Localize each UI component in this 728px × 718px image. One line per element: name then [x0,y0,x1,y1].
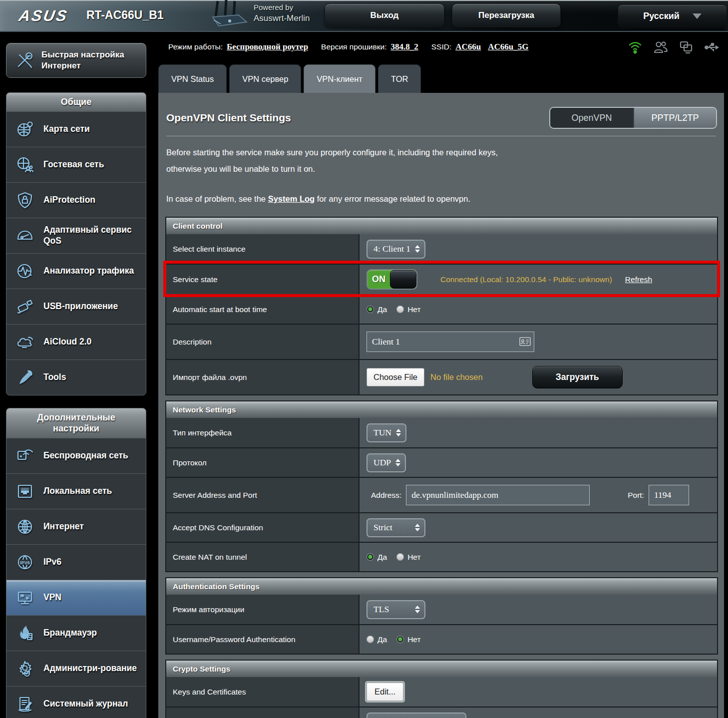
sidebar-item-label: Системный журнал [43,699,128,710]
dns-configuration-value: Strict [373,522,392,533]
wireless-icon [13,446,37,465]
row-label: Тип интерфейса [166,418,360,447]
radio-label: Да [377,635,387,644]
lan-port-icon [13,482,37,501]
upload-button[interactable]: Загрузить [532,366,623,388]
logout-button[interactable]: Выход [325,3,444,27]
sidebar-item-label: Адаптивный сервис QoS [43,225,143,247]
sidebar-item-usb-application[interactable]: USB-приложение [6,289,146,324]
autostart-no-radio[interactable]: Нет [396,305,420,314]
mode-link[interactable]: Беспроводной роутер [227,42,308,52]
tab-vpn-client[interactable]: VPN-клиент [304,64,375,93]
radio-icon [396,553,404,561]
sidebar-group-general: Общие Карта сети Гостевая сеть AiProtect… [6,92,146,395]
interface-type-value: TUN [373,427,391,438]
contact-card-icon[interactable] [519,337,531,348]
server-port-input[interactable] [649,485,689,505]
devices-icon[interactable] [679,40,694,54]
choose-file-button[interactable]: Choose File [366,368,424,386]
sidebar-item-aicloud[interactable]: AiCloud 2.0 [6,324,146,359]
powered-by-line: Powered by [254,3,310,11]
dns-configuration-row: Accept DNS Configuration Strict [166,512,717,542]
userpass-no-radio[interactable]: Нет [396,635,420,644]
row-label: Keys and Certificates [166,677,360,707]
globe-icon [13,517,37,536]
ssid-5g-link[interactable]: AC66u_5G [488,42,528,52]
openvpn-type-button[interactable]: OpenVPN [550,108,633,128]
server-address-input[interactable] [406,485,590,505]
sidebar-item-label: AiProtection [43,195,95,206]
auth-mode-select[interactable]: TLS [366,600,425,619]
quick-setup-button[interactable]: Быстрая настройка Интернет [6,43,146,78]
sidebar-item-administration[interactable]: Администри-рование [6,651,146,686]
nat-tunnel-row: Create NAT on tunnel Да Нет [166,542,717,571]
sidebar-item-guest-network[interactable]: Гостевая сеть [6,147,146,182]
autostart-yes-radio[interactable]: Да [366,305,387,314]
edit-keys-button[interactable]: Edit... [366,683,403,701]
dns-configuration-select[interactable]: Strict [366,518,425,537]
radio-label: Да [377,305,387,314]
sidebar-item-network-map[interactable]: Карта сети [6,111,146,147]
tab-vpn-server[interactable]: VPN сервер [229,64,301,93]
nat-no-radio[interactable]: Нет [396,553,420,562]
radio-label: Да [377,553,387,562]
sidebar-item-vpn[interactable]: VPN [6,580,146,615]
sidebar-item-label: Карта сети [43,124,90,135]
traffic-analyzer-icon [13,262,37,281]
sidebar-item-qos[interactable]: Адаптивный сервис QoS [6,218,146,253]
pptp-l2tp-type-button[interactable]: PPTP/L2TP [633,108,716,128]
sidebar-item-wireless[interactable]: Беспроводная сеть [6,438,146,473]
sidebar-item-system-log[interactable]: Системный журнал [6,686,146,718]
sidebar-item-tools[interactable]: Tools [6,359,146,395]
usb-stick-icon [13,297,37,316]
radio-selected-icon [396,636,404,643]
reboot-button[interactable]: Перезагрузка [452,3,561,27]
cipher-negotiation-row: Cipher Negotiation Enable (with fallback… [166,707,717,718]
protocol-value: UDP [373,457,391,468]
system-log-link[interactable]: System Log [268,194,315,203]
cipher-negotiation-select[interactable]: Enable (with fallback) [366,713,466,718]
select-client-instance-row: Select client instance 4: Client 1 [166,234,717,264]
sidebar-item-label: IPv6 [43,557,61,568]
import-ovpn-row: Импорт файла .ovpn Choose File No file c… [166,359,717,394]
userpass-yes-radio[interactable]: Да [366,635,387,644]
sidebar-item-label: Локальная сеть [43,486,112,497]
qos-gauge-icon [13,226,37,245]
no-file-chosen-text: No file chosen [430,372,483,382]
clients-icon[interactable] [653,40,668,54]
usb-status-icon[interactable] [704,41,720,54]
sidebar-item-label: Администри-рование [43,663,137,674]
client-instance-select[interactable]: 4: Client 1 [366,240,425,259]
sidebar-item-firewall[interactable]: Брандмауэр [6,615,146,651]
row-label: Create NAT on tunnel [166,543,360,571]
interface-type-select[interactable]: TUN [366,423,406,442]
description-input[interactable] [366,332,534,352]
select-arrows-icon [395,459,400,466]
sidebar-item-traffic-analyzer[interactable]: Анализатор трафика [6,253,146,289]
protocol-select[interactable]: UDP [366,453,406,472]
sidebar-item-ipv6[interactable]: IPV6 IPv6 [6,544,146,580]
wifi-status-icon[interactable] [628,40,643,55]
select-arrows-icon [415,245,420,253]
tab-vpn-status[interactable]: VPN Status [158,64,227,93]
refresh-link[interactable]: Refresh [625,275,652,284]
auth-mode-row: Режим авторизации TLS [166,595,717,624]
note-pre: In case of problem, see the [166,194,268,203]
sidebar-item-aiprotection[interactable]: AiProtection [6,182,146,218]
tab-label: TOR [391,74,408,84]
service-state-toggle[interactable]: ON [366,269,417,290]
ssid-24-link[interactable]: AC66u [455,42,481,52]
sidebar-item-lan[interactable]: Локальная сеть [6,473,146,509]
language-dropdown[interactable]: Русский [618,4,727,27]
sidebar-item-wan[interactable]: Интернет [6,509,146,544]
powered-by: Powered by Asuswrt-Merlin [254,3,310,23]
row-label: Протокол [166,448,360,477]
nat-yes-radio[interactable]: Да [366,553,387,562]
radio-label: Нет [407,635,420,644]
ipv6-icon: IPV6 [13,553,37,572]
sidebar-item-label: Беспроводная сеть [43,450,128,461]
openvpn-type-label: OpenVPN [571,113,612,123]
firmware-link[interactable]: 384.8_2 [391,42,418,52]
tab-tor[interactable]: TOR [378,64,421,93]
general-section-title: Общие [6,93,146,111]
